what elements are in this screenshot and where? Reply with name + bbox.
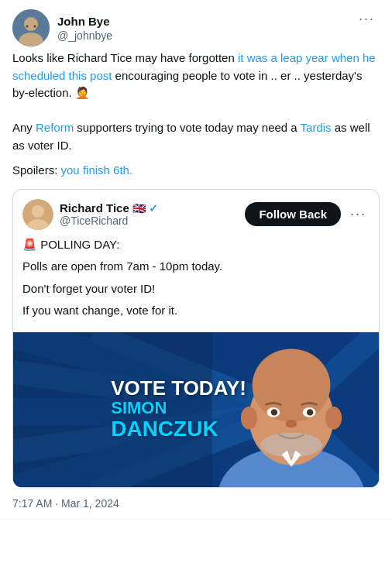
quoted-tweet[interactable]: Richard Tice 🇬🇧 ✓ @TiceRichard Follow Ba… bbox=[12, 189, 380, 488]
more-options-icon[interactable]: ··· bbox=[354, 9, 380, 29]
voter-id-line: Don't forget your voter ID! bbox=[22, 280, 370, 298]
svg-point-3 bbox=[26, 26, 29, 28]
quoted-user-info: Richard Tice 🇬🇧 ✓ @TiceRichard bbox=[60, 201, 158, 227]
flag-icon: 🇬🇧 bbox=[132, 202, 146, 215]
svg-point-28 bbox=[307, 409, 313, 415]
simon-text: SIMON bbox=[111, 399, 167, 417]
svg-point-1 bbox=[24, 17, 38, 31]
quoted-display-name: Richard Tice bbox=[60, 201, 129, 215]
svg-point-6 bbox=[32, 205, 44, 218]
dot-separator: · bbox=[52, 497, 61, 510]
username: @_johnbye bbox=[57, 29, 112, 42]
quoted-tweet-header: Richard Tice 🇬🇧 ✓ @TiceRichard Follow Ba… bbox=[13, 190, 379, 236]
user-info: John Bye @_johnbye bbox=[57, 14, 112, 42]
svg-point-23 bbox=[325, 407, 342, 429]
polls-open-line: Polls are open from 7am - 10pm today. bbox=[22, 258, 370, 276]
change-line: If you want change, vote for it. bbox=[22, 302, 370, 320]
vote-today-text: VOTE TODAY! bbox=[111, 377, 246, 400]
outer-tweet: John Bye @_johnbye ··· Looks like Richar… bbox=[0, 0, 392, 520]
quoted-tweet-body: 🚨 POLLING DAY: Polls are open from 7am -… bbox=[13, 236, 379, 332]
vote-text-overlay: VOTE TODAY! SIMON DANCZUK bbox=[95, 365, 297, 455]
avatar[interactable] bbox=[12, 9, 50, 46]
spoiler-highlight: you finish 6th. bbox=[61, 163, 133, 177]
quoted-avatar[interactable] bbox=[22, 199, 53, 230]
danczuk-text: DANCZUK bbox=[111, 417, 218, 441]
display-name: John Bye bbox=[57, 14, 112, 29]
quoted-header-left: Richard Tice 🇬🇧 ✓ @TiceRichard bbox=[22, 199, 158, 230]
tweet-body: Looks like Richard Tice may have forgott… bbox=[12, 50, 380, 154]
verified-icon: ✓ bbox=[149, 202, 158, 215]
quoted-name-row: Richard Tice 🇬🇧 ✓ bbox=[60, 201, 158, 215]
tweet-header-left: John Bye @_johnbye bbox=[12, 9, 112, 46]
tweet-date: Mar 1, 2024 bbox=[61, 497, 119, 510]
tweet-footer: 7:17 AM · Mar 1, 2024 bbox=[12, 497, 380, 510]
quoted-more-options-icon[interactable]: ··· bbox=[347, 204, 370, 224]
timestamp: 7:17 AM bbox=[12, 497, 52, 510]
spoiler-text: Spoilers: you finish 6th. bbox=[12, 162, 380, 180]
tweet-header: John Bye @_johnbye ··· bbox=[12, 9, 380, 46]
follow-back-button[interactable]: Follow Back bbox=[245, 202, 341, 226]
polling-day-line: 🚨 POLLING DAY: bbox=[22, 236, 370, 254]
svg-point-4 bbox=[34, 26, 36, 28]
campaign-image: VOTE TODAY! SIMON DANCZUK bbox=[13, 332, 379, 487]
quoted-username: @TiceRichard bbox=[60, 215, 158, 227]
